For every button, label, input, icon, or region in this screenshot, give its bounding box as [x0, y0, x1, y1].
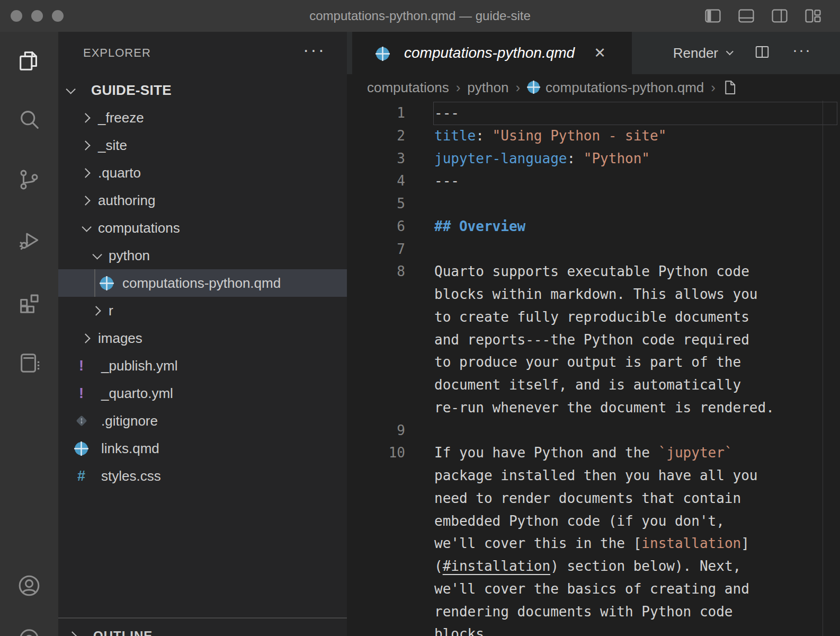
line-number	[347, 487, 405, 510]
tree-item-label: _freeze	[98, 110, 144, 126]
explorer-more-actions-button[interactable]: ···	[303, 39, 326, 60]
code-token: embedded Python code (if you don't,	[434, 513, 725, 529]
line-number: 6	[347, 215, 405, 238]
tree-item--publish-yml[interactable]: !_publish.yml	[58, 352, 347, 379]
code-line	[434, 419, 840, 442]
breadcrumb-label: computations	[367, 80, 449, 95]
account-icon[interactable]	[17, 573, 41, 598]
code-token: document itself, and is automatically	[434, 377, 741, 393]
explorer-title: EXPLORER	[83, 46, 151, 60]
code-line: to produce your output is part of the	[434, 351, 840, 374]
tree-item-python[interactable]: python	[58, 242, 347, 269]
tree-item-styles-css[interactable]: #styles.css	[58, 462, 347, 490]
tab-label: computations-python.qmd	[404, 45, 575, 61]
chevron-right-icon	[81, 140, 90, 150]
breadcrumb-separator: ›	[456, 80, 461, 96]
quarto-icon	[527, 81, 540, 98]
outline-label: OUTLINE	[93, 629, 153, 636]
line-number: 3	[347, 147, 405, 170]
render-button[interactable]: Render	[673, 45, 718, 61]
tab-computations-python[interactable]: computations-python.qmd ✕	[352, 32, 632, 74]
code-line: need to render documents that contain	[434, 487, 840, 510]
code-line: embedded Python code (if you don't,	[434, 510, 840, 533]
tree-item--gitignore[interactable]: .gitignore	[58, 407, 347, 435]
activity-bar	[0, 32, 58, 636]
breadcrumb-separator: ›	[711, 80, 716, 96]
tree-item--site[interactable]: _site	[58, 131, 347, 159]
split-editor-icon[interactable]	[754, 44, 770, 62]
tree-item--quarto[interactable]: .quarto	[58, 159, 347, 187]
line-number-gutter: 12345678910	[347, 102, 405, 636]
tree-item-authoring[interactable]: authoring	[58, 187, 347, 214]
code-content: ---title: "Using Python - site"jupyter-l…	[434, 102, 840, 636]
notebook-icon[interactable]	[17, 350, 41, 375]
code-editor[interactable]: 12345678910 ---title: "Using Python - si…	[347, 101, 840, 636]
customize-layout-icon[interactable]	[804, 7, 822, 25]
tree-item-label: _quarto.yml	[101, 385, 173, 402]
code-line: document itself, and is automatically	[434, 374, 840, 396]
workspace-root-item[interactable]: GUIDE-SITE	[58, 76, 347, 104]
tree-item--quarto-yml[interactable]: !_quarto.yml	[58, 379, 347, 407]
editor-group: computations-python.qmd ✕ Render ··· com…	[347, 32, 840, 636]
line-number	[347, 283, 405, 306]
tree-item-label: _site	[98, 137, 127, 154]
code-token: re-run whenever the document is rendered…	[434, 400, 774, 416]
chevron-down-icon	[82, 222, 91, 232]
toggle-primary-sidebar-icon[interactable]	[704, 7, 722, 25]
code-token: to produce your output is part of the	[434, 354, 741, 370]
outline-section-header[interactable]: OUTLINE	[58, 620, 347, 636]
code-token: Quarto supports executable Python code	[434, 263, 749, 279]
breadcrumb-item[interactable]: computations-python.qmd	[527, 79, 704, 96]
tree-item-computations[interactable]: computations	[58, 214, 347, 242]
code-token: and reports---the Python code required	[434, 332, 749, 348]
code-token: we'll cover the basics of creating and	[434, 581, 749, 597]
chevron-down-icon[interactable]	[726, 48, 734, 55]
chevron-right-icon	[81, 333, 90, 343]
line-number	[347, 464, 405, 487]
breadcrumb-item[interactable]: computations	[367, 80, 449, 96]
source-control-icon[interactable]	[17, 167, 41, 192]
toggle-secondary-sidebar-icon[interactable]	[771, 7, 789, 25]
breadcrumb-item[interactable]	[722, 78, 744, 98]
tree-item-computations-python-qmd[interactable]: computations-python.qmd	[58, 269, 347, 297]
editor-more-actions-button[interactable]: ···	[792, 41, 811, 59]
file-icon	[722, 80, 738, 99]
breadcrumb-item[interactable]: python	[467, 80, 508, 96]
tree-indent-guide	[94, 269, 95, 297]
explorer-header: EXPLORER ···	[58, 42, 347, 64]
chevron-right-icon	[81, 113, 90, 122]
line-number: 10	[347, 441, 405, 464]
code-line: blocks.	[434, 623, 840, 636]
code-line: Quarto supports executable Python code	[434, 260, 840, 283]
tree-item-label: _publish.yml	[101, 358, 178, 374]
line-number	[347, 351, 405, 374]
tree-item-label: computations	[98, 220, 180, 236]
search-icon[interactable]	[17, 107, 41, 131]
files-icon[interactable]	[17, 49, 41, 73]
tree-item-r[interactable]: r	[58, 297, 347, 324]
gear-icon[interactable]	[17, 626, 41, 636]
tree-item-label: python	[109, 248, 150, 264]
tree-item-images[interactable]: images	[58, 324, 347, 352]
outline-section-divider	[58, 617, 347, 619]
css-file-icon: #	[74, 469, 88, 483]
extensions-icon[interactable]	[17, 289, 41, 314]
chevron-right-icon	[91, 306, 101, 315]
tree-item--freeze[interactable]: _freeze	[58, 104, 347, 131]
code-token: #installation	[443, 558, 551, 574]
explorer-sidebar: EXPLORER ··· GUIDE-SITE _freeze_site.qua…	[58, 32, 347, 636]
close-tab-icon[interactable]: ✕	[594, 45, 606, 61]
tree-item-links-qmd[interactable]: links.qmd	[58, 435, 347, 462]
code-token: :	[567, 151, 583, 166]
code-token: `jupyter`	[658, 445, 733, 461]
debug-icon[interactable]	[17, 228, 41, 253]
line-number: 5	[347, 192, 405, 215]
code-line: package installed then you have all you	[434, 464, 840, 487]
toggle-panel-icon[interactable]	[737, 7, 755, 25]
line-number	[347, 600, 405, 623]
code-line: and reports---the Python code required	[434, 329, 840, 351]
code-line: we'll cover this in the [installation]	[434, 532, 840, 555]
code-token: blocks.	[434, 626, 493, 636]
code-token: ---	[434, 105, 459, 121]
code-token: blocks within markdown. This allows you	[434, 286, 757, 302]
